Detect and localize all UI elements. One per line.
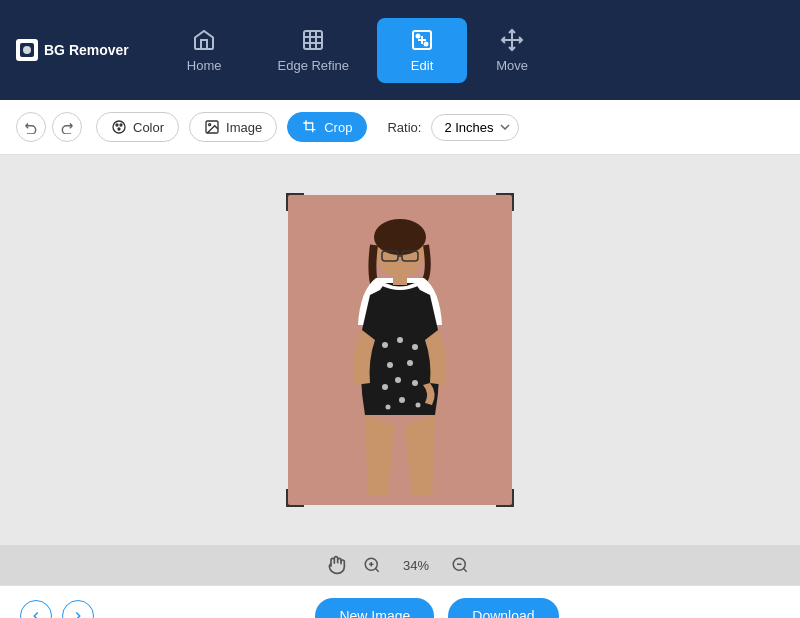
nav-move-label: Move (496, 58, 528, 73)
nav-item-edge-refine[interactable]: Edge Refine (250, 18, 378, 83)
nav-arrows (20, 600, 94, 619)
color-button[interactable]: Color (96, 112, 179, 142)
nav-edge-refine-label: Edge Refine (278, 58, 350, 73)
color-label: Color (133, 120, 164, 135)
navbar: BG Remover Home Edge Refine (0, 0, 800, 100)
zoom-percent: 34% (398, 558, 434, 573)
svg-point-8 (120, 124, 122, 126)
svg-point-23 (382, 384, 388, 390)
svg-rect-2 (304, 31, 322, 49)
image-button[interactable]: Image (189, 112, 277, 142)
svg-point-20 (387, 362, 393, 368)
zoom-bar: 34% (0, 545, 800, 585)
svg-point-24 (412, 380, 418, 386)
svg-point-25 (399, 397, 405, 403)
person-figure (330, 215, 470, 505)
nav-item-move[interactable]: Move (467, 18, 557, 83)
download-button[interactable]: Download (448, 598, 558, 619)
svg-point-7 (116, 124, 118, 126)
svg-point-21 (407, 360, 413, 366)
svg-line-30 (375, 568, 378, 571)
canvas-area (0, 155, 800, 545)
undo-redo-group (16, 112, 82, 142)
svg-point-17 (382, 342, 388, 348)
svg-rect-28 (393, 273, 407, 285)
crop-button[interactable]: Crop (287, 112, 367, 142)
new-image-button[interactable]: New Image (315, 598, 434, 619)
svg-line-34 (463, 568, 466, 571)
svg-point-18 (397, 337, 403, 343)
ratio-label: Ratio: (387, 120, 421, 135)
hand-icon[interactable] (326, 555, 346, 575)
svg-point-1 (23, 46, 31, 54)
logo-icon (16, 39, 38, 61)
nav-item-home[interactable]: Home (159, 18, 250, 83)
svg-point-26 (386, 405, 391, 410)
svg-point-9 (118, 128, 120, 130)
svg-point-5 (425, 42, 428, 45)
crop-label: Crop (324, 120, 352, 135)
toolbar: Color Image Crop Ratio: 2 Inches 1 Inch … (0, 100, 800, 155)
svg-point-11 (209, 124, 211, 126)
ratio-select[interactable]: 2 Inches 1 Inch 3 Inches Custom (431, 114, 519, 141)
zoom-out-button[interactable] (446, 551, 474, 579)
image-background (288, 195, 512, 505)
svg-point-6 (113, 121, 125, 133)
svg-point-13 (374, 219, 426, 255)
nav-home-label: Home (187, 58, 222, 73)
app-logo: BG Remover (16, 39, 129, 61)
app-title: BG Remover (44, 42, 129, 58)
prev-arrow-button[interactable] (20, 600, 52, 619)
image-label: Image (226, 120, 262, 135)
nav-item-edit[interactable]: Edit (377, 18, 467, 83)
zoom-in-button[interactable] (358, 551, 386, 579)
action-buttons: New Image Download (315, 598, 558, 619)
svg-point-22 (395, 377, 401, 383)
next-arrow-button[interactable] (62, 600, 94, 619)
nav-edit-label: Edit (411, 58, 433, 73)
redo-button[interactable] (52, 112, 82, 142)
svg-point-4 (417, 34, 420, 37)
image-container (288, 195, 512, 505)
undo-button[interactable] (16, 112, 46, 142)
bottom-bar: New Image Download (0, 585, 800, 618)
svg-point-27 (416, 403, 421, 408)
svg-point-19 (412, 344, 418, 350)
nav-items: Home Edge Refine Edit M (159, 18, 784, 83)
